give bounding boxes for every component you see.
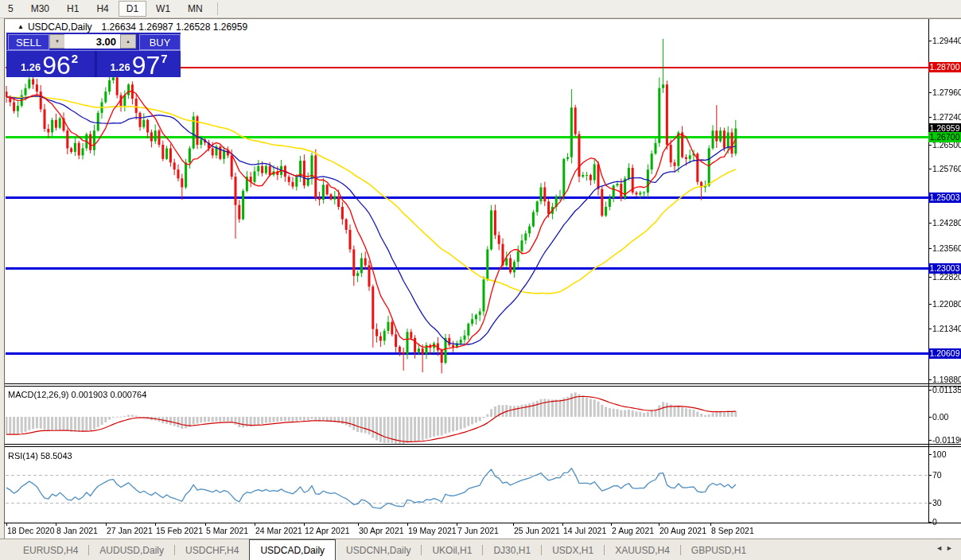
- chart-tab-ukoil-h1[interactable]: UKOil,H1: [422, 539, 482, 560]
- price-axis-tick: [928, 304, 932, 305]
- price-axis-label-1.27240: 1.27240: [932, 112, 961, 122]
- price-macd-separator[interactable]: [4, 383, 961, 384]
- price-badge-1.25003: 1.25003: [928, 192, 961, 203]
- tab-scroll-arrows[interactable]: ◄►: [936, 544, 956, 552]
- buy-price-pip-digit: 7: [161, 52, 167, 64]
- chart-tab-usdcnh-daily[interactable]: USDCNH,Daily: [336, 539, 421, 560]
- date-label-24-Mar-2021: 24 Mar 2021: [255, 526, 302, 535]
- macd-axis-tick: [928, 417, 932, 418]
- chart-tab-usdcad-daily[interactable]: USDCAD,Daily: [249, 539, 336, 560]
- chart-tab-xauusd-h4[interactable]: XAUUSD,H4: [605, 539, 680, 560]
- sell-price-big-digits: 96: [42, 55, 71, 76]
- price-axis-tick: [928, 329, 932, 329]
- rsi-axis-tick: [928, 503, 932, 504]
- timeframe-toolbar: 5M30H1H4D1W1MN: [0, 0, 961, 18]
- date-label-27-Jan-2021: 27 Jan 2021: [107, 526, 153, 535]
- volume-decrease-button[interactable]: ▼: [49, 34, 65, 49]
- date-label-8-Sep-2021: 8 Sep 2021: [711, 526, 754, 535]
- toolbar-separator: [217, 2, 218, 15]
- chart-tab-eurusd-h4[interactable]: EURUSD,H4: [13, 539, 88, 560]
- date-label-20-Aug-2021: 20 Aug 2021: [659, 526, 706, 535]
- tab-scroll-left-icon[interactable]: ◄: [936, 544, 946, 552]
- timeframe-button-h4[interactable]: H4: [88, 1, 116, 17]
- trade-panel-top-row: SELL ▼ ▲ BUY: [6, 33, 181, 51]
- rsi-axis-label-30: 30: [932, 498, 942, 508]
- rsi-axis-label-70: 70: [932, 470, 942, 480]
- price-axis-label-1.23560: 1.23560: [932, 243, 961, 253]
- timeframe-button-mn[interactable]: MN: [180, 1, 211, 17]
- rsi-axis-tick: [928, 475, 932, 476]
- price-axis-tick: [928, 117, 932, 118]
- timeframe-button-h1[interactable]: H1: [59, 1, 87, 17]
- date-label-12-Apr-2021: 12 Apr 2021: [305, 526, 350, 535]
- price-axis-label-1.21340: 1.21340: [932, 324, 961, 333]
- timeframe-button-m30[interactable]: M30: [23, 1, 57, 17]
- price-axis-tick: [928, 248, 932, 249]
- buy-price-display[interactable]: 1.26 97 7: [95, 51, 181, 77]
- price-macd-separator-lower: [4, 386, 961, 387]
- macd-label: MACD(12,26,9) 0.001903 0.000764: [8, 390, 146, 399]
- macd-axis-tick: [928, 390, 932, 391]
- rsi-axis-label-0: 0: [932, 517, 937, 527]
- macd-axis-label--0.01190: -0.01190: [932, 435, 961, 445]
- price-badge-1.28700: 1.28700: [928, 62, 961, 72]
- price-axis-label-1.22820: 1.22820: [932, 272, 961, 282]
- sell-price-display[interactable]: 1.26 96 2: [6, 51, 92, 77]
- volume-input[interactable]: [64, 34, 120, 49]
- price-axis-tick: [928, 223, 932, 224]
- price-axis-label-1.25760: 1.25760: [932, 164, 961, 173]
- price-axis-tick: [928, 145, 932, 146]
- macd-axis-tick: [928, 440, 932, 441]
- rsi-label: RSI(14) 58.5043: [8, 451, 72, 461]
- tab-scroll-right-icon[interactable]: ►: [946, 544, 956, 552]
- one-click-trading-panel: SELL ▼ ▲ BUY 1.26 96 2 1.26 97 7: [6, 33, 181, 77]
- chart-canvas[interactable]: [6, 20, 928, 523]
- sell-button[interactable]: SELL: [8, 34, 49, 50]
- price-axis-tick: [928, 379, 932, 380]
- chart-bottom-frame: [4, 523, 961, 523]
- buy-button[interactable]: BUY: [139, 34, 181, 50]
- price-badge-1.20609: 1.20609: [928, 348, 961, 359]
- macd-rsi-separator-lower: [4, 446, 961, 447]
- macd-axis-label-0.01135: 0.01135: [932, 385, 961, 395]
- price-axis-label-1.27960: 1.27960: [932, 88, 961, 97]
- price-badge-1.26700: 1.26700: [928, 132, 961, 142]
- chart-tab-bar: EURUSD,H4AUDUSD,DailyUSDCHF,H4USDCAD,Dai…: [0, 539, 961, 560]
- date-label-5-Mar-2021: 5 Mar 2021: [206, 526, 248, 535]
- price-axis-label-1.19880: 1.19880: [932, 375, 961, 384]
- date-label-18-Dec-2020: 18 Dec 2020: [7, 526, 55, 535]
- price-badge-1.23003: 1.23003: [928, 263, 961, 274]
- buy-price-prefix: 1.26: [110, 62, 130, 72]
- price-axis-tick: [928, 41, 932, 41]
- price-axis-tick: [928, 92, 932, 93]
- macd-axis-label-0.00: 0.00: [932, 412, 948, 422]
- chart-left-frame: [4, 19, 5, 523]
- timeframe-button-5[interactable]: 5: [0, 1, 21, 17]
- date-label-15-Feb-2021: 15 Feb 2021: [156, 526, 203, 535]
- buy-price-big-digits: 97: [132, 55, 161, 76]
- date-label-2-Aug-2021: 2 Aug 2021: [612, 526, 654, 535]
- sell-price-pip-digit: 2: [72, 52, 78, 64]
- chart-tab-dj30-h1[interactable]: DJ30,H1: [483, 539, 541, 560]
- date-label-14-Jul-2021: 14 Jul 2021: [563, 526, 606, 535]
- timeframe-button-w1[interactable]: W1: [148, 1, 178, 17]
- chart-tab-gbpusd-h1[interactable]: GBPUSD,H1: [681, 539, 757, 560]
- price-axis-label-1.29440: 1.29440: [932, 36, 961, 45]
- rsi-axis-label-100: 100: [932, 449, 947, 459]
- tab-bar-left-spacer: [0, 539, 13, 560]
- date-label-30-Apr-2021: 30 Apr 2021: [359, 526, 404, 535]
- price-axis-tick: [928, 169, 932, 169]
- date-label-8-Jan-2021: 8 Jan 2021: [56, 526, 98, 535]
- chart-tab-usdchf-h4[interactable]: USDCHF,H4: [175, 539, 249, 560]
- chart-tab-audusd-daily[interactable]: AUDUSD,Daily: [89, 539, 174, 560]
- chart-tab-usdx-h1[interactable]: USDX,H1: [542, 539, 604, 560]
- price-axis-label-1.24280: 1.24280: [932, 218, 961, 228]
- macd-rsi-separator[interactable]: [4, 444, 961, 445]
- sell-price-prefix: 1.26: [21, 62, 41, 72]
- volume-increase-button[interactable]: ▲: [120, 34, 136, 49]
- rsi-axis-tick: [928, 522, 932, 523]
- date-label-25-Jun-2021: 25 Jun 2021: [514, 526, 560, 535]
- date-label-7-Jun-2021: 7 Jun 2021: [457, 526, 499, 535]
- timeframe-button-d1[interactable]: D1: [119, 1, 146, 17]
- rsi-axis-tick: [928, 454, 932, 455]
